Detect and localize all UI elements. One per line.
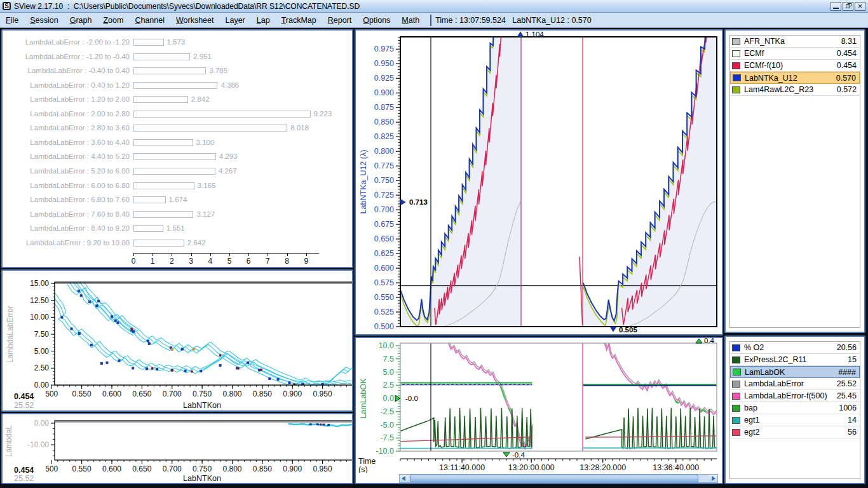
histogram-value: 8.018 (290, 124, 309, 132)
histogram-category-label: LambdaLabError : 9.20 to 10.00 (3, 239, 130, 247)
channel-name: LamLabOK (745, 368, 836, 377)
svg-text:0.975: 0.975 (374, 44, 394, 53)
channel-value: 0.570 (836, 74, 856, 83)
channel-row-lambdalaberror-f-500-[interactable]: LambdaLabError-f(500)25.45 (730, 390, 860, 402)
histogram-value: 3.100 (196, 139, 215, 146)
svg-text:Time: Time (358, 457, 376, 466)
title-bar[interactable]: S SView 2.17.10 : C:\Users\Public\Docume… (0, 0, 868, 13)
histogram-x-tick (133, 253, 134, 256)
channel-row-lamlabok[interactable]: LamLabOK#### (730, 366, 860, 378)
menu-item-worksheet[interactable]: Worksheet (170, 16, 220, 25)
menu-item-report[interactable]: Report (322, 16, 358, 25)
svg-text:LambdaLabError: LambdaLabError (6, 306, 15, 363)
minimize-button[interactable] (831, 2, 841, 11)
scroll-track[interactable] (409, 475, 709, 482)
histogram-category-label: LambdaLabError : 2.80 to 3.60 (3, 124, 130, 132)
channel-row-lam4rawl2c-r23[interactable]: Lam4RawL2C_R230.572 (730, 84, 860, 96)
channel-value: 25.45 (837, 391, 857, 400)
mini-plot-area[interactable] (288, 423, 352, 426)
histogram-bar (133, 67, 206, 74)
strip-chart-svg: -10.0-7.5-5.0-2.50.02.55.07.510.0LamLabO… (356, 338, 722, 473)
channel-row-expressl2c-r11[interactable]: ExPressL2C_R1115 (730, 354, 860, 366)
channel-row-afr-ntka[interactable]: AFR_NTKa8.31 (730, 36, 860, 48)
histogram-bar (133, 240, 184, 247)
restore-button[interactable] (843, 2, 853, 11)
histogram-value: 4.293 (219, 152, 238, 160)
window-title: SView 2.17.10 : C:\Users\Public\Document… (14, 2, 360, 11)
histogram-value: 3.785 (209, 67, 227, 74)
svg-text:13:36:40.000: 13:36:40.000 (653, 463, 699, 472)
channel-row-egt2[interactable]: egt256 (730, 426, 860, 438)
menu-item-trackmap[interactable]: TrackMap (276, 16, 322, 25)
time-scrollbar[interactable] (399, 474, 718, 483)
scatter-plot-area[interactable] (50, 278, 352, 386)
channel-row-ecmf[interactable]: ECMf0.454 (730, 48, 860, 60)
svg-text:0.850: 0.850 (253, 464, 272, 473)
channel-row-labntka-u12[interactable]: LabNTKa_U120.570 (730, 72, 860, 84)
channel-list-bottom: % O220.56ExPressL2C_R1115LamLabOK####Lam… (729, 341, 860, 479)
channel-row-ecmf-f-10-[interactable]: ECMf-f(10)0.454 (730, 60, 860, 72)
menu-item-math[interactable]: Math (396, 16, 425, 25)
menu-item-options[interactable]: Options (357, 16, 396, 25)
histogram-bar (133, 182, 194, 189)
channel-color-swatch (732, 381, 740, 388)
channel-row--o2[interactable]: % O220.56 (730, 342, 860, 354)
svg-text:LabNTKa_U12 (λ): LabNTKa_U12 (λ) (359, 150, 368, 214)
histogram-value: 2.951 (193, 53, 212, 60)
close-button[interactable]: × (855, 2, 865, 11)
app-window: S SView 2.17.10 : C:\Users\Public\Docume… (0, 0, 868, 488)
svg-text:15.00: 15.00 (30, 279, 49, 288)
histogram-value: 1.674 (169, 196, 187, 203)
channel-row-lambdalaberror[interactable]: LambdaLabError25.52 (730, 378, 860, 390)
menu-item-layer[interactable]: Layer (219, 16, 250, 25)
channel-name: Lam4RawL2C_R23 (744, 85, 834, 94)
svg-text:0.650: 0.650 (374, 234, 394, 243)
channel-row-egt1[interactable]: egt114 (730, 414, 860, 426)
svg-text:0.800: 0.800 (374, 147, 394, 156)
channel-color-swatch (732, 405, 740, 412)
histogram-bar (133, 53, 190, 60)
scroll-thumb[interactable] (410, 475, 698, 482)
histogram-x-axis (133, 253, 319, 254)
histogram-row: LambdaLabError : -0.40 to 0.403.785 (3, 64, 352, 78)
menu-item-graph[interactable]: Graph (64, 16, 98, 25)
histogram-row: LambdaLabError : 1.20 to 2.002.842 (3, 93, 352, 107)
svg-text:-2.5: -2.5 (380, 407, 394, 416)
channel-row-bap[interactable]: bap1006 (730, 402, 860, 414)
histogram-bar (133, 139, 193, 146)
menu-item-lap[interactable]: Lap (251, 16, 276, 25)
svg-text:7.5: 7.5 (383, 355, 394, 363)
svg-text:5.0: 5.0 (383, 368, 394, 377)
menu-item-channel[interactable]: Channel (129, 16, 170, 25)
histogram-bar (133, 196, 166, 203)
svg-text:12.50: 12.50 (30, 296, 49, 305)
channel-color-swatch (732, 38, 740, 45)
strip-chart-panel: -10.0-7.5-5.0-2.50.02.55.07.510.0LamLabO… (355, 337, 723, 484)
window-controls: × (831, 2, 865, 11)
histogram-x-tick (210, 253, 211, 256)
channel-name: ECMf-f(10) (744, 61, 834, 70)
channel-name: LabNTKa_U12 (745, 74, 834, 83)
histogram-category-label: LambdaLabError : -2.00 to -1.20 (3, 38, 130, 46)
svg-text:1.104: 1.104 (526, 30, 544, 38)
svg-text:0.900: 0.900 (283, 464, 302, 473)
svg-text:13:20:00.000: 13:20:00.000 (508, 463, 555, 472)
scroll-right-arrow[interactable] (709, 475, 717, 482)
svg-text:13:28:20.000: 13:28:20.000 (580, 463, 626, 472)
histogram-x-tick-label: 1 (151, 257, 155, 266)
strip-plot-area[interactable] (400, 341, 717, 451)
menu-item-file[interactable]: File (0, 16, 24, 25)
svg-text:0.750: 0.750 (374, 176, 394, 185)
svg-text:0.875: 0.875 (374, 103, 394, 112)
svg-text:0.500: 0.500 (374, 322, 394, 331)
menu-item-zoom[interactable]: Zoom (97, 16, 129, 25)
scatter-panel: 0.002.505.007.5010.0012.5015.005000.5500… (1, 269, 353, 412)
histogram-row: LambdaLabError : 4.40 to 5.204.293 (3, 150, 352, 164)
svg-text:0.750: 0.750 (193, 390, 212, 398)
main-plot-area[interactable] (400, 30, 717, 327)
scroll-left-arrow[interactable] (400, 475, 409, 482)
cursor-status: Time : 13:07:59.524 LabNTKa_U12 : 0.570 (435, 16, 592, 25)
channel-value: 1006 (839, 403, 857, 412)
menu-item-session[interactable]: Session (24, 16, 64, 25)
svg-text:0.00: 0.00 (34, 381, 50, 390)
